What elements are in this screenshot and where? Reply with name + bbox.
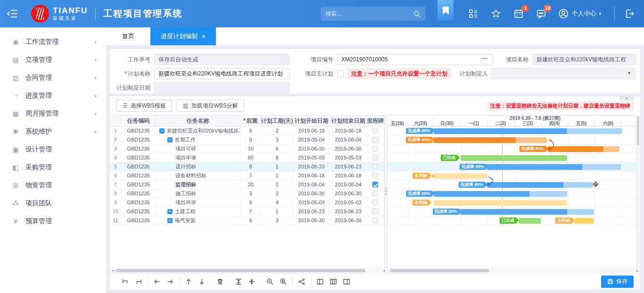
select-wbs-template-button[interactable]: ☰ 选择WBS模板 [116, 100, 172, 112]
close-icon[interactable]: × [202, 33, 206, 40]
plan-maker-select[interactable]: ▼ [491, 68, 636, 79]
user-menu[interactable]: 个人中心 ▾ [558, 8, 601, 19]
tab-schedule-plan[interactable]: 进度计划编制 × [150, 27, 216, 45]
sidebar-item-7[interactable]: ◧采购管理 [0, 159, 106, 176]
table-row[interactable]: 4GBD1235项目申请6092019-05-032019-05-03 [110, 153, 384, 162]
bookmark-icon[interactable] [438, 0, 454, 21]
zoom-out-icon[interactable] [266, 278, 274, 285]
expand-node-icon[interactable]: + [167, 209, 173, 214]
table-hscrollbar[interactable]: ◂ ▸ [110, 268, 388, 273]
scroll-right-icon[interactable]: ▸ [382, 268, 388, 273]
layout-split-icon[interactable] [330, 278, 337, 285]
arrow-right-icon[interactable] [166, 278, 174, 285]
search-input[interactable] [325, 10, 413, 17]
link-icon[interactable] [298, 278, 305, 285]
milestone-checkbox[interactable] [372, 182, 378, 187]
table-row[interactable]: 1GBD1235−新建欣旺至众和220kV输电线路工程522019-06-182… [110, 126, 384, 135]
gantt-bar-task-9[interactable] [434, 200, 567, 206]
table-row[interactable]: 5GBD1235设计招标812019-06-232019-06-23 [110, 162, 384, 171]
work-order-input[interactable] [154, 54, 290, 65]
table-row[interactable]: 3GBD1235项目可研1062019-06-302019-06-30 [110, 144, 384, 153]
project-picker-button[interactable]: ··· [481, 55, 488, 62]
gantt-bar-task-2[interactable] [434, 137, 547, 143]
plan-name-input[interactable] [154, 68, 290, 79]
gantt-bar-task-4[interactable] [461, 155, 567, 161]
expand-node-icon[interactable]: + [167, 218, 173, 223]
scroll-right-icon[interactable]: ▸ [635, 268, 640, 273]
sidebar-collapse-icon[interactable] [7, 9, 18, 18]
milestone-checkbox[interactable] [372, 218, 378, 223]
gantt-bar-task-10[interactable] [461, 209, 594, 215]
sidebar-item-2[interactable]: ▥合同管理▾ [0, 69, 106, 87]
favorites-star-icon[interactable] [491, 8, 501, 19]
collapse-node-icon[interactable]: − [167, 137, 173, 142]
table-row[interactable]: 10GBD1235+土建工程712019-06-232019-06-23 [110, 207, 384, 216]
delete-icon[interactable] [216, 278, 224, 285]
gantt-bar-task-8[interactable] [434, 191, 567, 197]
sidebar-item-3[interactable]: ◔进度管理▾ [0, 87, 106, 105]
gantt-bar-task-11[interactable] [519, 218, 541, 224]
table-row[interactable]: 11GBD1235+电气安装632019-06-302019-06-30 [110, 216, 384, 225]
pane-splitter[interactable] [384, 115, 388, 268]
calendar-icon[interactable]: 1 [513, 8, 524, 19]
sidebar-item-1[interactable]: ▤立项管理▾ [0, 51, 106, 69]
layout-left-icon[interactable] [316, 278, 324, 285]
arrow-down-icon[interactable] [198, 278, 206, 285]
milestone-checkbox[interactable] [372, 137, 378, 142]
master-plan-checkbox[interactable] [337, 70, 344, 77]
vertical-scrollbar[interactable] [636, 115, 640, 268]
table-row[interactable]: 2GBD1235−前期工作932019-08-042019-08-04 [110, 135, 384, 144]
milestone-checkbox[interactable] [372, 146, 378, 151]
gantt-bar-task-6[interactable] [434, 173, 487, 179]
sidebar-item-10[interactable]: ¥预算管理 [0, 212, 106, 230]
gantt-bar-task-5[interactable] [487, 164, 621, 170]
table-row[interactable]: 8GBD1235施工招标322019-06-302019-06-30 [110, 189, 384, 198]
milestone-checkbox[interactable] [372, 155, 378, 160]
task-start-date: 2019-06-18 [293, 171, 330, 180]
project-name-input[interactable] [532, 54, 636, 65]
table-row[interactable]: 7GBD1235监理招标2022019-08-042019-08-04 [110, 180, 384, 189]
outdent-icon[interactable] [122, 278, 129, 285]
scroll-left-icon[interactable]: ◂ [110, 268, 116, 273]
logout-icon[interactable] [624, 8, 635, 19]
layout-right-icon[interactable] [343, 278, 350, 285]
gantt-hscrollbar[interactable]: ▸ [388, 268, 640, 273]
milestone-checkbox[interactable] [372, 128, 378, 134]
milestone-checkbox[interactable] [372, 164, 378, 169]
sidebar-item-8[interactable]: ⊞物资管理 [0, 176, 106, 194]
milestone-checkbox[interactable] [372, 173, 378, 178]
tab-home[interactable]: 首页 [106, 27, 150, 45]
sidebar-item-4[interactable]: ▦周月报管理▾ [0, 105, 106, 123]
sidebar-item-6[interactable]: ▣设计管理 [0, 141, 106, 159]
gantt-bar-task-3[interactable] [548, 146, 619, 152]
arrow-up-icon[interactable] [185, 278, 192, 285]
table-row[interactable]: 9GBD1235项目环评942019-05-032019-05-03 [110, 198, 384, 207]
load-project-wbs-button[interactable]: ▤ 加载项目WBS分解 [177, 100, 244, 112]
milestone-checkbox[interactable] [372, 200, 378, 205]
sidebar-item-9[interactable]: ⁂项目团队 [0, 194, 106, 212]
milestone-checkbox[interactable] [372, 191, 378, 196]
project-code-input[interactable] [337, 54, 493, 65]
scrollbar-thumb[interactable] [637, 116, 639, 145]
table-row[interactable]: 6GBD1235设备材料招标712019-06-182019-06-18 [110, 171, 384, 180]
sidebar-item-0[interactable]: ◉工作流管理▾ [0, 33, 106, 51]
zoom-in-icon[interactable] [280, 278, 287, 285]
search-icon[interactable] [413, 10, 421, 17]
expand-rows-icon[interactable] [235, 278, 242, 285]
collapse-form-button[interactable]: ▲ [619, 96, 634, 100]
scrollbar-thumb[interactable] [116, 269, 365, 272]
gantt-bar-task-1[interactable] [434, 128, 622, 134]
arrow-left-icon[interactable] [153, 278, 161, 285]
collapse-rows-icon[interactable] [248, 278, 256, 285]
scrollbar-thumb[interactable] [390, 269, 489, 272]
milestone-checkbox[interactable] [372, 209, 378, 214]
sidebar-item-5[interactable]: ✱系统维护▾ [0, 123, 106, 141]
save-button[interactable]: 保存 [601, 276, 634, 288]
apps-grid-icon[interactable] [468, 8, 479, 19]
plan-date-input[interactable] [154, 82, 290, 93]
gantt-bar-task-11[interactable] [574, 218, 594, 224]
indent-icon[interactable] [135, 278, 142, 285]
gantt-bar-task-7[interactable] [487, 182, 593, 188]
collapse-node-icon[interactable]: − [159, 128, 165, 134]
messages-icon[interactable]: 18 [536, 8, 546, 19]
